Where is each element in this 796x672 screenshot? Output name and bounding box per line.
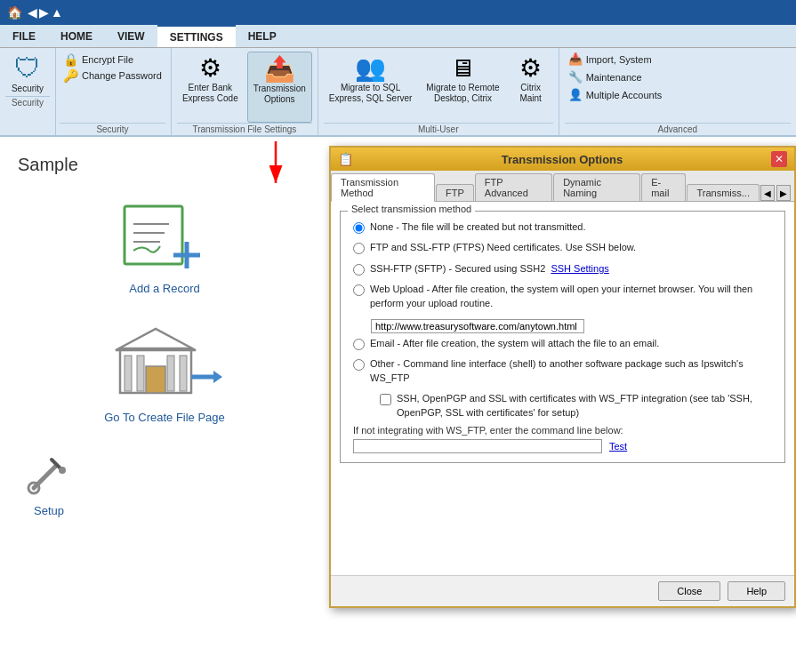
command-input[interactable] — [353, 439, 602, 453]
modal-tabs: Transmission Method FTP FTP Advanced Dyn… — [331, 171, 794, 202]
change-password-button[interactable]: 🔑 Change Password — [60, 68, 165, 84]
option-other: Other - Command line interface (shell) t… — [353, 357, 772, 385]
maintenance-button[interactable]: 🔧 Maintenance — [565, 69, 666, 84]
nav-back-icon[interactable]: ◀ — [28, 5, 37, 20]
url-input[interactable] — [371, 319, 584, 333]
migrate-sql-button[interactable]: 👥 Migrate to SQLExpress, SQL Server — [324, 52, 418, 123]
option-email: Email - After file creation, the system … — [353, 337, 772, 350]
option-none: None - The file will be created but not … — [353, 220, 772, 234]
svg-rect-11 — [180, 356, 187, 391]
help-button[interactable]: Help — [728, 581, 785, 601]
url-input-row — [353, 317, 772, 337]
citrix-button[interactable]: ⚙ CitrixMaint — [509, 52, 553, 123]
access-control-label: Security — [12, 84, 44, 94]
tab-nav-next[interactable]: ▶ — [776, 185, 791, 201]
option-web: Web Upload - After file creation, the sy… — [353, 283, 772, 310]
transmission-options-dialog: 📋 Transmission Options ✕ Transmission Me… — [329, 146, 796, 608]
setup-card[interactable]: Setup — [27, 451, 71, 517]
ribbon: 🛡 Security Security 🔒 Encrypt File 🔑 Cha… — [0, 48, 796, 137]
transmission-options-button[interactable]: 📤 TransmissionOptions — [247, 52, 312, 123]
encrypt-label: Encrypt File — [82, 54, 133, 65]
citrix-label: CitrixMaint — [519, 83, 541, 104]
svg-rect-10 — [167, 356, 174, 391]
add-record-card[interactable]: Add a Record — [116, 202, 213, 295]
radio-email[interactable] — [353, 339, 365, 350]
option-ftp: FTP and SSL-FTP (FTPS) Need certificates… — [353, 241, 772, 254]
encrypt-file-button[interactable]: 🔒 Encrypt File — [60, 52, 165, 68]
app-icon: 🏠 — [7, 5, 22, 20]
section-title: Select transmission method — [348, 204, 475, 214]
modal-titlebar: 📋 Transmission Options ✕ — [331, 148, 794, 171]
modal-title: Transmission Options — [502, 153, 623, 166]
ribbon-security-buttons: 🔒 Encrypt File 🔑 Change Password Securit… — [56, 48, 172, 135]
key-icon: 🔑 — [63, 68, 78, 83]
label-web: Web Upload - After file creation, the sy… — [370, 283, 772, 310]
tab-dynamic-naming[interactable]: Dynamic Naming — [553, 173, 640, 201]
goto-create-label: Go To Create File Page — [104, 411, 225, 424]
menu-home[interactable]: HOME — [48, 25, 105, 47]
enter-bank-button[interactable]: ⚙ Enter BankExpress Code — [177, 52, 244, 123]
radio-none[interactable] — [353, 222, 365, 234]
maintenance-label: Maintenance — [586, 72, 642, 83]
menu-bar: FILE HOME VIEW SETTINGS HELP — [0, 25, 796, 48]
ribbon-group-transmission: ⚙ Enter BankExpress Code 📤 TransmissionO… — [172, 48, 318, 135]
radio-web[interactable] — [353, 284, 365, 296]
change-password-label: Change Password — [82, 70, 162, 81]
encrypt-icon: 🔒 — [63, 52, 78, 67]
migrate-sql-label: Migrate to SQLExpress, SQL Server — [329, 83, 413, 104]
close-button[interactable]: Close — [658, 581, 720, 601]
transmission-group-label: Transmission File Settings — [177, 123, 312, 135]
command-input-section: If not integrating with WS_FTP, enter th… — [353, 425, 772, 453]
label-none: None - The file will be created but not … — [370, 220, 586, 234]
tab-nav-prev[interactable]: ◀ — [760, 185, 775, 201]
ribbon-group-advanced: 📥 Import, System 🔧 Maintenance 👤 Multipl… — [559, 48, 796, 135]
tab-ftp-advanced[interactable]: FTP Advanced — [475, 173, 552, 201]
access-control-icon: 🛡 — [14, 53, 41, 84]
svg-rect-8 — [125, 356, 132, 391]
tab-ftp[interactable]: FTP — [436, 184, 474, 201]
add-record-icon — [116, 202, 213, 273]
import-label: Import, System — [586, 54, 652, 65]
radio-ftp[interactable] — [353, 243, 365, 254]
wsftp-label: SSH, OpenPGP and SSL with certificates w… — [397, 392, 772, 420]
wsftp-checkbox[interactable] — [380, 394, 391, 405]
security-group-label: Security — [5, 96, 50, 108]
tab-email[interactable]: E-mail — [641, 173, 686, 201]
bank-icon: ⚙ — [199, 53, 221, 83]
multiple-accounts-button[interactable]: 👤 Multiple Accounts — [565, 87, 666, 102]
nav-controls: ◀ ▶ ▲ — [28, 5, 63, 20]
left-panel: Sample Add a Record — [0, 137, 329, 672]
menu-file[interactable]: FILE — [0, 25, 48, 47]
radio-other[interactable] — [353, 359, 365, 371]
tab-transmiss[interactable]: Transmiss... — [687, 184, 760, 201]
label-ssh: SSH-FTP (SFTP) - Secured using SSH2 SSH … — [370, 262, 609, 276]
test-link[interactable]: Test — [609, 441, 627, 452]
nav-forward-icon[interactable]: ▶ — [39, 5, 49, 20]
advanced-small-buttons: 📥 Import, System 🔧 Maintenance 👤 Multipl… — [565, 52, 666, 123]
tab-navigation: ◀ ▶ — [760, 185, 794, 201]
menu-settings[interactable]: SETTINGS — [157, 25, 236, 47]
svg-marker-7 — [116, 329, 196, 350]
migrate-remote-button[interactable]: 🖥 Migrate to RemoteDesktop, Citrix — [421, 52, 504, 123]
security-label: Security — [60, 123, 165, 135]
access-control-button[interactable]: 🛡 Security — [5, 52, 50, 96]
menu-help[interactable]: HELP — [236, 25, 289, 47]
tab-transmission-method[interactable]: Transmission Method — [331, 173, 435, 202]
goto-create-card[interactable]: Go To Create File Page — [104, 322, 225, 424]
modal-footer: Close Help — [331, 575, 794, 606]
nav-up-icon[interactable]: ▲ — [51, 5, 63, 20]
radio-ssh[interactable] — [353, 264, 365, 276]
wsftp-checkbox-option: SSH, OpenPGP and SSL with certificates w… — [380, 392, 772, 420]
transmission-buttons: ⚙ Enter BankExpress Code 📤 TransmissionO… — [177, 52, 312, 123]
citrix-icon: ⚙ — [519, 53, 542, 83]
menu-view[interactable]: VIEW — [105, 25, 157, 47]
content-area: Sample Add a Record — [0, 137, 796, 672]
svg-point-18 — [59, 467, 66, 474]
ribbon-group-multiuser: 👥 Migrate to SQLExpress, SQL Server 🖥 Mi… — [318, 48, 559, 135]
modal-body: Select transmission method None - The fi… — [331, 202, 794, 575]
import-system-button[interactable]: 📥 Import, System — [565, 52, 666, 67]
modal-icon: 📋 — [338, 152, 353, 166]
ssh-settings-link[interactable]: SSH Settings — [551, 263, 608, 274]
modal-close-icon[interactable]: ✕ — [771, 151, 787, 167]
option-ssh: SSH-FTP (SFTP) - Secured using SSH2 SSH … — [353, 262, 772, 276]
